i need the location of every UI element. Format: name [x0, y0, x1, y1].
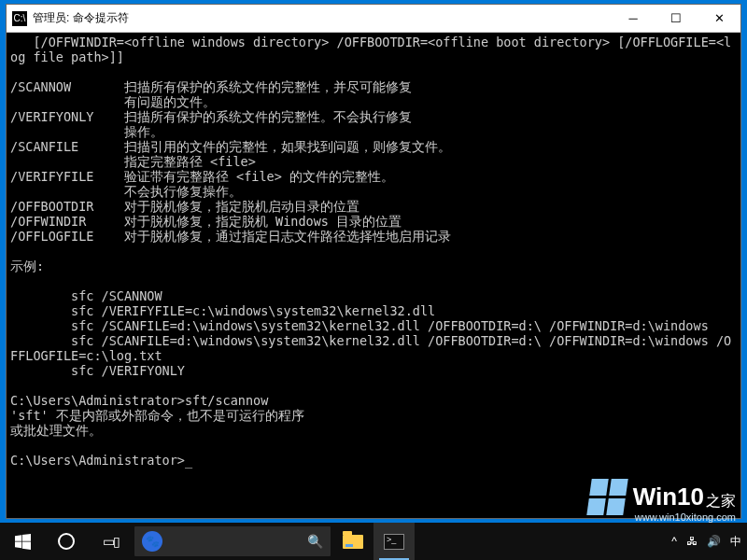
- watermark-url: www.win10xitong.com: [635, 511, 736, 523]
- cortana-button[interactable]: [45, 523, 88, 560]
- tray-ime-icon[interactable]: 中: [730, 534, 741, 550]
- windows-logo-icon: [586, 479, 627, 515]
- taskbar: ▭▯ 🐾 🔍 ^ 🖧 🔊 中: [0, 523, 747, 560]
- start-button[interactable]: [0, 523, 45, 560]
- taskbar-app-explorer[interactable]: [332, 523, 374, 560]
- watermark-brand: Win10: [633, 483, 704, 511]
- tray-overflow-icon[interactable]: ^: [671, 535, 677, 548]
- taskview-icon: ▭▯: [103, 534, 119, 549]
- system-tray: ^ 🖧 🔊 中: [671, 523, 747, 560]
- windows-icon: [15, 534, 31, 550]
- search-icon: 🔍: [307, 534, 323, 549]
- search-provider-icon: 🐾: [142, 531, 162, 552]
- window-title: 管理员: 命令提示符: [33, 10, 612, 26]
- search-box[interactable]: 🐾 🔍: [134, 526, 331, 556]
- titlebar[interactable]: C:\ 管理员: 命令提示符 ─ ☐ ✕: [7, 5, 740, 33]
- maximize-button[interactable]: ☐: [655, 5, 698, 32]
- folder-icon: [343, 535, 363, 549]
- cmd-icon: [384, 534, 404, 550]
- cmd-window: C:\ 管理员: 命令提示符 ─ ☐ ✕ [/OFFWINDIR=<offlin…: [6, 4, 741, 519]
- tray-volume-icon[interactable]: 🔊: [707, 535, 721, 548]
- terminal-output[interactable]: [/OFFWINDIR=<offline windows directory> …: [7, 33, 740, 518]
- window-controls: ─ ☐ ✕: [612, 5, 740, 32]
- minimize-button[interactable]: ─: [612, 5, 655, 32]
- cortana-icon: [58, 533, 75, 550]
- taskview-button[interactable]: ▭▯: [88, 523, 133, 560]
- taskbar-app-cmd[interactable]: [374, 523, 415, 560]
- tray-network-icon[interactable]: 🖧: [686, 535, 698, 548]
- watermark-brand-suffix: 之家: [706, 492, 736, 511]
- watermark: Win10 之家: [589, 479, 736, 515]
- cmd-app-icon: C:\: [12, 11, 27, 26]
- close-button[interactable]: ✕: [698, 5, 740, 32]
